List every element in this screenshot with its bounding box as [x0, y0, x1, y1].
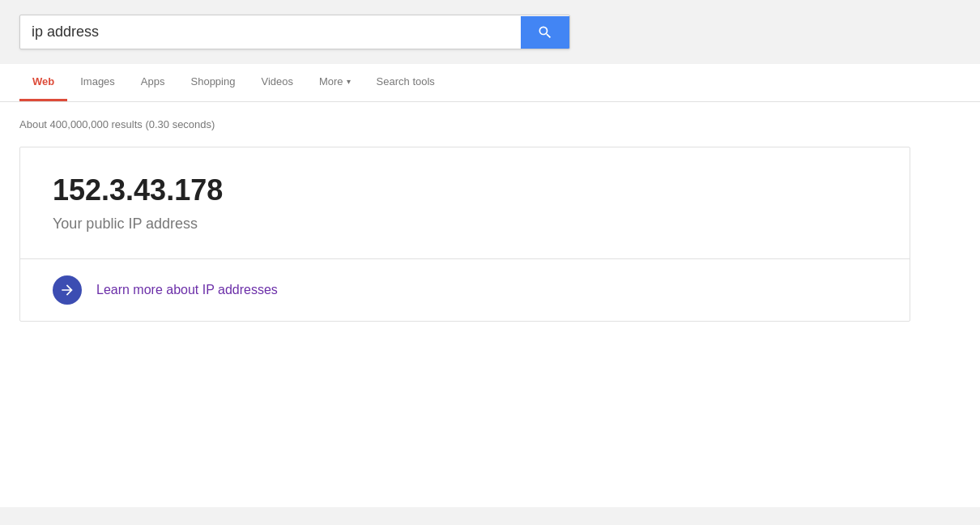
search-icon	[537, 24, 553, 41]
ip-address-display: 152.3.43.178	[53, 173, 877, 207]
tab-images[interactable]: Images	[67, 64, 128, 101]
ip-label: Your public IP address	[53, 216, 877, 233]
tab-more[interactable]: More ▾	[306, 64, 364, 101]
learn-more-icon	[53, 275, 82, 305]
tab-apps[interactable]: Apps	[128, 64, 178, 101]
ip-card-bottom: Learn more about IP addresses	[20, 259, 910, 321]
search-box: ip address	[19, 15, 570, 49]
search-input[interactable]: ip address	[20, 15, 521, 49]
tab-shopping[interactable]: Shopping	[178, 64, 249, 101]
ip-result-card: 152.3.43.178 Your public IP address Lear…	[19, 147, 910, 322]
arrow-right-icon	[59, 282, 75, 298]
tab-videos[interactable]: Videos	[248, 64, 306, 101]
search-button[interactable]	[521, 16, 569, 49]
learn-more-link[interactable]: Learn more about IP addresses	[96, 283, 278, 297]
main-content: About 400,000,000 results (0.30 seconds)…	[0, 102, 980, 507]
search-bar-area: ip address	[0, 0, 980, 64]
nav-tabs: Web Images Apps Shopping Videos More ▾ S…	[0, 64, 980, 102]
tab-web[interactable]: Web	[19, 64, 67, 101]
tab-search-tools[interactable]: Search tools	[364, 64, 448, 101]
chevron-down-icon: ▾	[347, 77, 351, 86]
ip-card-top: 152.3.43.178 Your public IP address	[20, 147, 910, 258]
results-stats: About 400,000,000 results (0.30 seconds)	[19, 118, 961, 130]
